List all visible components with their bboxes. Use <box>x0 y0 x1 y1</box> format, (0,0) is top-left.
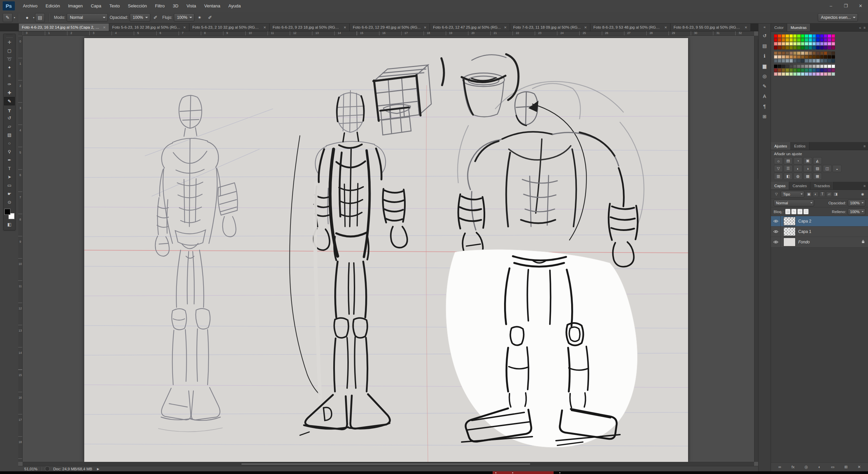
dodge-tool[interactable]: ⚲ <box>4 147 15 156</box>
expand-panels-icon[interactable]: « <box>764 24 766 30</box>
color-swatch[interactable] <box>778 34 781 38</box>
color-swatch[interactable] <box>793 42 797 45</box>
color-swatch[interactable] <box>820 52 824 55</box>
color-swatch[interactable] <box>789 34 793 38</box>
color-swatch[interactable] <box>824 59 827 62</box>
invertir-icon[interactable]: ◒ <box>833 165 841 172</box>
layer-row[interactable]: Capa 2 <box>771 216 868 227</box>
layer-visibility-toggle[interactable] <box>771 227 781 237</box>
menu-item[interactable]: Texto <box>105 0 124 12</box>
color-swatch[interactable] <box>801 68 804 72</box>
tab-close-icon[interactable]: ✕ <box>664 26 667 29</box>
color-swatch[interactable] <box>797 46 800 49</box>
color-swatch[interactable] <box>820 42 824 45</box>
color-swatch[interactable] <box>828 34 831 38</box>
intensidad-icon[interactable]: ◭ <box>813 157 822 164</box>
clone-stamp-tool[interactable]: ┳ <box>4 105 15 114</box>
capa-ajuste-icon[interactable]: ◐ <box>816 464 823 470</box>
color-swatch[interactable] <box>824 42 827 45</box>
menu-item[interactable]: Filtro <box>151 0 169 12</box>
historia-icon[interactable]: ↺ <box>760 31 770 40</box>
color-swatch[interactable] <box>785 72 789 76</box>
tab-muestras[interactable]: Muestras <box>787 24 810 31</box>
color-swatch[interactable] <box>809 68 812 72</box>
color-swatch[interactable] <box>824 34 827 38</box>
color-swatch[interactable] <box>809 46 812 49</box>
color-swatch[interactable] <box>778 52 781 55</box>
eliminar-capa-icon[interactable]: ✕ <box>856 464 863 470</box>
tab-estilos[interactable]: Estilos <box>791 142 809 150</box>
opacity-select[interactable]: 100% <box>130 13 150 22</box>
brush-panel-toggle-icon[interactable]: ▤ <box>35 13 45 22</box>
color-swatch[interactable] <box>832 52 835 55</box>
color-swatch[interactable] <box>801 46 804 49</box>
layer-opacity-select[interactable]: 100% <box>848 200 865 206</box>
close-icon[interactable]: ✕ <box>853 0 868 12</box>
color-swatch[interactable] <box>793 65 797 68</box>
color-swatch[interactable] <box>809 52 812 55</box>
layer-filter-toggle-icon[interactable]: ◉ <box>860 192 865 196</box>
color-swatch[interactable] <box>778 65 781 68</box>
tono-saturacion-icon[interactable]: ▽ <box>774 165 783 172</box>
canvas-artwork[interactable] <box>84 38 688 462</box>
color-swatch[interactable] <box>820 59 824 62</box>
bloquear-todo-icon[interactable]: ⊡ <box>803 209 809 214</box>
toolbar-grip[interactable] <box>6 35 13 38</box>
color-swatch[interactable] <box>801 34 804 38</box>
tab-close-icon[interactable]: ✕ <box>504 26 507 29</box>
brush-preview-icon[interactable]: ● <box>23 13 32 22</box>
color-swatch[interactable] <box>785 38 789 41</box>
exposicion-icon[interactable]: ▣ <box>803 157 812 164</box>
blur-tool[interactable]: ○ <box>4 139 15 147</box>
color-swatch[interactable] <box>824 68 827 72</box>
filtro-fotografia-icon[interactable]: ◑ <box>803 165 812 172</box>
color-swatch[interactable] <box>785 59 789 62</box>
document-tab[interactable]: Foto 7-6-23, 11 18 09.jpg al 50% (RG... … <box>510 24 590 31</box>
color-swatch[interactable] <box>812 46 816 49</box>
color-swatch[interactable] <box>820 46 824 49</box>
color-swatch[interactable] <box>812 38 816 41</box>
document-tab[interactable]: Foto 6-6-23, 12 29 40.jpg al 50% (RG... … <box>350 24 430 31</box>
menu-item[interactable]: Archivo <box>19 0 41 12</box>
color-swatch[interactable] <box>820 38 824 41</box>
scrollbar-thumb[interactable] <box>241 463 531 465</box>
mascara-capa-icon[interactable]: ◎ <box>803 464 810 470</box>
menu-item[interactable]: Imagen <box>64 0 87 12</box>
document-tab[interactable]: Foto 6-6-23, 9 23 18.jpg al 50% (RGB/...… <box>270 24 350 31</box>
color-swatch[interactable] <box>785 65 789 68</box>
layer-visibility-toggle[interactable] <box>771 237 781 247</box>
color-swatch[interactable] <box>789 42 793 45</box>
filtro-forma-icon[interactable]: ▱ <box>826 192 832 197</box>
brillo-contraste-icon[interactable]: ☼ <box>774 157 783 164</box>
flow-select[interactable]: 100% <box>174 13 194 22</box>
document-tab[interactable]: Foto 5-6-23, 16 32 38.jpg al 50% (RG... … <box>109 24 189 31</box>
color-swatch[interactable] <box>824 46 827 49</box>
lasso-tool[interactable]: ➰ <box>4 55 15 63</box>
histograma-icon[interactable]: ▆ <box>760 61 770 71</box>
color-swatch[interactable] <box>832 68 835 72</box>
color-swatch[interactable] <box>828 68 831 72</box>
color-swatch[interactable] <box>805 55 808 59</box>
estilos-capa-icon[interactable]: fx <box>789 464 796 470</box>
color-swatch[interactable] <box>816 46 819 49</box>
correccion-selectiva-icon[interactable]: ◍ <box>794 173 802 180</box>
color-swatch[interactable] <box>797 68 800 72</box>
zoom-tool[interactable]: ⊙ <box>4 198 15 206</box>
color-swatch[interactable] <box>824 55 827 59</box>
color-swatch[interactable] <box>789 59 793 62</box>
zoom-level[interactable]: 51,01% <box>24 467 37 471</box>
color-swatch[interactable] <box>789 38 793 41</box>
color-swatch[interactable] <box>820 55 824 59</box>
color-swatch[interactable] <box>828 42 831 45</box>
quick-selection-tool[interactable]: ✦ <box>4 63 15 72</box>
color-swatch[interactable] <box>832 46 835 49</box>
niveles-icon[interactable]: ▤ <box>784 157 793 164</box>
umbral-icon[interactable]: ◧ <box>784 173 793 180</box>
color-swatch[interactable] <box>797 34 800 38</box>
color-swatch[interactable] <box>809 38 812 41</box>
layer-thumbnail[interactable] <box>783 217 796 226</box>
color-swatch[interactable] <box>793 72 797 76</box>
menu-item[interactable]: Capa <box>87 0 105 12</box>
color-swatch[interactable] <box>774 46 777 49</box>
document-tab[interactable]: Foto 6-6-23, 12 47 25.jpg al 50% (RG... … <box>430 24 510 31</box>
